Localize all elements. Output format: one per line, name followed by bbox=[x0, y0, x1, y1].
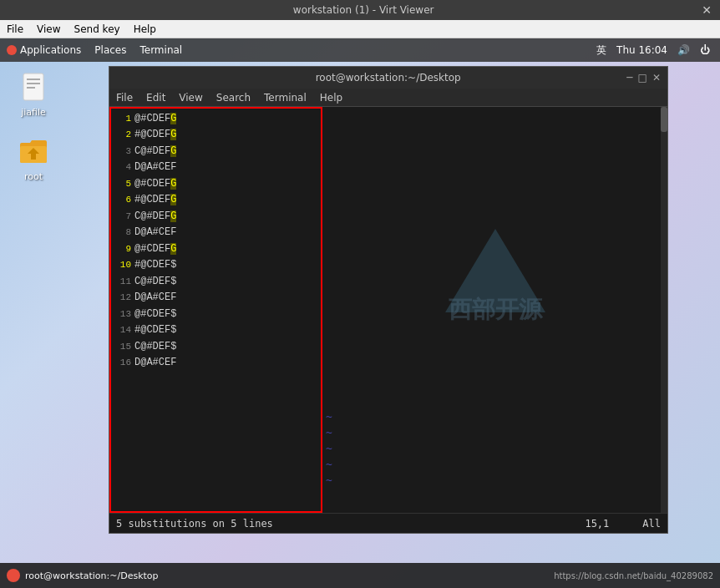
scrollbar[interactable] bbox=[661, 107, 667, 513]
taskbar-app-icon bbox=[7, 569, 20, 582]
table-row: 12D@A#CEF bbox=[111, 290, 321, 307]
status-right: 15,1 All bbox=[585, 518, 661, 530]
desktop-area: jiafile root root@workstation:~/Desktop … bbox=[0, 62, 720, 563]
desktop-top-right: 英 Thu 16:04 🔊 ⏻ bbox=[596, 43, 720, 58]
status-message: 5 substitutions on 5 lines bbox=[116, 518, 273, 530]
jiafile-label: jiafile bbox=[21, 107, 46, 118]
code-lines: 1@#CDEFG2#@CDEFG3C@#DEFG4D@A#CEF5@#CDEFG… bbox=[111, 109, 321, 373]
app-dot-icon bbox=[7, 45, 17, 55]
table-row: 3C@#DEFG bbox=[111, 143, 321, 160]
taskbar-url: https://blog.csdn.net/baidu_40289082 bbox=[554, 571, 713, 580]
maximize-button[interactable]: □ bbox=[638, 72, 647, 84]
table-row: 1@#CDEFG bbox=[111, 110, 321, 127]
root-label: root bbox=[24, 171, 43, 182]
virt-menu-help[interactable]: Help bbox=[127, 22, 163, 37]
desktop-icon-jiafile[interactable]: jiafile bbox=[17, 70, 50, 118]
table-row: 10#@CDEF$ bbox=[111, 257, 321, 274]
close-button[interactable]: ✕ bbox=[693, 3, 720, 17]
applications-label: Applications bbox=[20, 44, 81, 56]
desktop-icon-root[interactable]: root bbox=[17, 134, 50, 182]
applications-button[interactable]: Applications bbox=[0, 38, 88, 62]
terminal-menu-bar: File Edit View Search Terminal Help bbox=[109, 89, 667, 107]
places-label: Places bbox=[94, 44, 126, 56]
scrollbar-thumb[interactable] bbox=[661, 107, 667, 132]
terminal-win-controls: ─ □ ✕ bbox=[626, 72, 661, 84]
places-button[interactable]: Places bbox=[88, 38, 133, 62]
table-row: 7C@#DEFG bbox=[111, 208, 321, 225]
terminal-menu-edit[interactable]: Edit bbox=[139, 90, 172, 105]
desktop-top-bar: Applications Places Terminal 英 Thu 16:04… bbox=[0, 38, 720, 62]
terminal-menu-help[interactable]: Help bbox=[313, 90, 349, 105]
right-panel: 西部开源 ~~~~~ bbox=[322, 107, 667, 513]
terminal-status-bar: 5 substitutions on 5 lines 15,1 All bbox=[109, 513, 667, 533]
table-row: 15C@#DEF$ bbox=[111, 338, 321, 355]
table-row: 13@#CDEF$ bbox=[111, 306, 321, 322]
terminal-menu-terminal[interactable]: Terminal bbox=[257, 90, 313, 105]
svg-rect-2 bbox=[27, 83, 40, 84]
scroll-position: All bbox=[642, 518, 661, 530]
terminal-menu-file[interactable]: File bbox=[109, 90, 139, 105]
virt-menu-file[interactable]: File bbox=[0, 22, 30, 37]
table-row: 5@#CDEFG bbox=[111, 175, 321, 192]
table-row: 16D@A#CEF bbox=[111, 355, 321, 372]
table-row: 11C@#DEF$ bbox=[111, 273, 321, 290]
cursor-position: 15,1 bbox=[585, 518, 609, 530]
watermark-text: 西部开源 bbox=[449, 294, 542, 326]
desktop-icons: jiafile root bbox=[0, 62, 67, 563]
terminal-label: Terminal bbox=[139, 44, 182, 56]
clock: Thu 16:04 bbox=[616, 44, 667, 56]
table-row: 14#@CDEF$ bbox=[111, 322, 321, 339]
terminal-title-bar: root@workstation:~/Desktop ─ □ ✕ bbox=[109, 67, 667, 89]
svg-rect-3 bbox=[27, 87, 35, 89]
virt-viewer-title: workstation (1) - Virt Viewer bbox=[33, 4, 693, 16]
table-row: 6#@CDEFG bbox=[111, 192, 321, 209]
terminal-title: root@workstation:~/Desktop bbox=[150, 72, 626, 84]
power-icon[interactable]: ⏻ bbox=[700, 44, 710, 56]
table-row: 4D@A#CEF bbox=[111, 160, 321, 176]
terminal-window: root@workstation:~/Desktop ─ □ ✕ File Ed… bbox=[109, 66, 668, 534]
taskbar-right: https://blog.csdn.net/baidu_40289082 bbox=[554, 571, 713, 580]
virt-menu-bar: File View Send key Help bbox=[0, 20, 720, 38]
virt-menu-sendkey[interactable]: Send key bbox=[68, 22, 127, 37]
terminal-button[interactable]: Terminal bbox=[133, 38, 189, 62]
minimize-button[interactable]: ─ bbox=[626, 72, 632, 84]
terminal-menu-view[interactable]: View bbox=[172, 90, 209, 105]
language-indicator: 英 bbox=[596, 43, 606, 58]
table-row: 9@#CDEFG bbox=[111, 241, 321, 257]
taskbar-left: root@workstation:~/Desktop bbox=[7, 569, 159, 582]
taskbar-label[interactable]: root@workstation:~/Desktop bbox=[25, 570, 159, 581]
terminal-close-button[interactable]: ✕ bbox=[652, 72, 661, 84]
svg-rect-1 bbox=[27, 79, 40, 80]
virt-menu-view[interactable]: View bbox=[30, 22, 67, 37]
taskbar: root@workstation:~/Desktop https://blog.… bbox=[0, 563, 720, 588]
terminal-menu-search[interactable]: Search bbox=[210, 90, 257, 105]
terminal-content: 1@#CDEFG2#@CDEFG3C@#DEFG4D@A#CEF5@#CDEFG… bbox=[109, 107, 667, 513]
tilde-lines: ~~~~~ bbox=[326, 408, 332, 488]
svg-rect-6 bbox=[31, 154, 36, 160]
table-row: 8D@A#CEF bbox=[111, 225, 321, 241]
volume-icon[interactable]: 🔊 bbox=[677, 44, 690, 56]
code-panel: 1@#CDEFG2#@CDEFG3C@#DEFG4D@A#CEF5@#CDEFG… bbox=[109, 107, 322, 513]
table-row: 2#@CDEFG bbox=[111, 127, 321, 144]
virt-viewer-title-bar: workstation (1) - Virt Viewer ✕ bbox=[0, 0, 720, 20]
